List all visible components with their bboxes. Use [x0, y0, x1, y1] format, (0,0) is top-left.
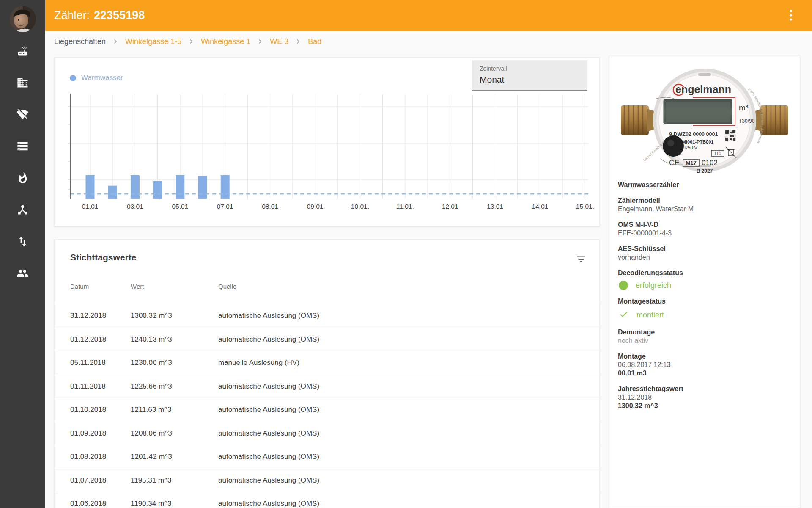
table-cell-quelle: automatische Auslesung (OMS)	[218, 382, 599, 391]
info-value: 06.08.2017 12:13	[618, 361, 791, 369]
filter-list-icon	[576, 254, 587, 265]
table-cell-datum: 05.11.2018	[55, 359, 131, 367]
table-cell-wert: 1240.13 m^3	[131, 335, 218, 344]
interval-select[interactable]: Zeintervall Monat	[472, 60, 587, 91]
table-cell-quelle: automatische Auslesung (OMS)	[218, 500, 599, 508]
sidebar-item-records[interactable]	[14, 137, 32, 155]
sidebar-item-properties[interactable]	[14, 73, 32, 92]
breadcrumb-item[interactable]: Liegenschaften	[54, 37, 106, 46]
check-icon	[619, 309, 629, 321]
table-cell-quelle: automatische Auslesung (OMS)	[218, 312, 599, 320]
stichtag-table-rows: 31.12.20181300.32 m^3automatische Ausles…	[55, 304, 599, 508]
sidebar-item-hot-water[interactable]	[14, 168, 32, 187]
sidebar-item-users[interactable]	[14, 264, 32, 282]
wifi-off-icon	[16, 108, 29, 121]
table-cell-wert: 1208.06 m^3	[131, 429, 218, 438]
table-row[interactable]: 01.12.20181240.13 m^3automatische Ausles…	[55, 328, 599, 351]
table-cell-quelle: automatische Auslesung (OMS)	[218, 406, 599, 414]
table-cell-wert: 1201.42 m^3	[131, 453, 218, 461]
table-cell-quelle: automatische Auslesung (OMS)	[218, 335, 599, 344]
legend-color-dot	[70, 75, 76, 81]
breadcrumb-separator-icon	[187, 37, 195, 46]
table-cell-datum: 01.06.2018	[55, 500, 131, 508]
table-cell-wert: 1230.00 m^3	[131, 359, 218, 367]
svg-text:11.01.: 11.01.	[396, 203, 414, 210]
interval-select-value: Monat	[480, 75, 580, 85]
stichtag-card: Stichttagswerte Datum Wert Quelle 31.12.…	[54, 239, 600, 508]
sidebar-item-network[interactable]	[14, 200, 32, 219]
table-row[interactable]: 01.11.20181225.66 m^3automatische Ausles…	[55, 375, 599, 398]
column-header-datum: Datum	[55, 283, 131, 290]
column-header-quelle: Quelle	[218, 283, 599, 290]
chart-legend[interactable]: Warmwasser	[70, 74, 123, 82]
table-row[interactable]: 01.10.20181211.63 m^3automatische Ausles…	[55, 398, 599, 422]
info-label: Montagestatus	[618, 297, 791, 306]
table-row[interactable]: 01.08.20181201.42 m^3automatische Ausles…	[55, 445, 599, 469]
info-value: vorhanden	[618, 253, 791, 262]
table-row[interactable]: 31.12.20181300.32 m^3automatische Ausles…	[55, 304, 599, 328]
app-header: Zähler: 22355198	[45, 0, 812, 31]
sidebar-item-gateways[interactable]	[14, 41, 32, 60]
device-hub-icon	[16, 204, 29, 216]
breadcrumb: LiegenschaftenWinkelgasse 1-5Winkelgasse…	[54, 31, 321, 52]
header-menu-button[interactable]	[786, 0, 796, 31]
table-cell-datum: 01.11.2018	[55, 382, 131, 391]
breadcrumb-item[interactable]: Winkelgasse 1-5	[125, 37, 181, 46]
svg-text:15.01.: 15.01.	[576, 203, 594, 210]
breadcrumb-item[interactable]: WE 3	[270, 37, 288, 46]
table-cell-datum: 01.09.2018	[55, 429, 131, 438]
import-export-icon	[16, 235, 29, 248]
sidebar-item-radio[interactable]	[14, 105, 32, 124]
table-row[interactable]: 05.11.20181230.00 m^3manuelle Auslesung …	[55, 351, 599, 375]
meter-detail-panel: engelmann m³ T30/90 9 DWZ02 0000 0001 DE…	[609, 56, 800, 508]
info-label: Zählermodell	[618, 196, 791, 205]
user-avatar[interactable]	[10, 6, 36, 32]
filter-button[interactable]	[576, 254, 587, 265]
info-section: Demontagenoch aktiv	[618, 328, 791, 345]
svg-text:08.01: 08.01	[262, 203, 278, 210]
svg-text:M17: M17	[686, 160, 696, 166]
info-section: OMS M-I-V-DEFE-0000001-4-3	[618, 221, 791, 237]
table-cell-datum: 01.10.2018	[55, 406, 131, 414]
svg-text:07.01: 07.01	[217, 203, 233, 210]
table-title: Stichttagswerte	[70, 252, 136, 262]
table-cell-datum: 01.08.2018	[55, 453, 131, 461]
sidebar	[0, 0, 45, 508]
status-row: erfolgreich	[619, 281, 791, 290]
info-value: noch aktiv	[618, 337, 791, 345]
table-row[interactable]: 01.07.20181195.31 m^3automatische Ausles…	[55, 469, 599, 492]
table-cell-wert: 1211.63 m^3	[131, 406, 218, 414]
table-row[interactable]: 01.09.20181208.06 m^3automatische Ausles…	[55, 422, 599, 445]
breadcrumb-separator-icon	[294, 37, 302, 46]
breadcrumb-item[interactable]: Bad	[308, 37, 321, 46]
status-text: erfolgreich	[636, 281, 671, 290]
info-section: Warmwasserzähler	[618, 181, 791, 189]
table-cell-quelle: manuelle Auslesung (HV)	[218, 359, 599, 367]
svg-text:12.01: 12.01	[442, 203, 458, 210]
svg-text:m³: m³	[739, 103, 748, 112]
info-label: Demontage	[618, 328, 791, 337]
svg-text:13.01: 13.01	[487, 203, 503, 210]
sidebar-item-import-export[interactable]	[14, 232, 32, 251]
table-header-row: Datum Wert Quelle	[55, 283, 599, 290]
hot-water-icon	[16, 172, 29, 184]
column-header-wert: Wert	[131, 283, 218, 290]
info-section: Montagestatusmontiert	[618, 297, 791, 321]
svg-text:T30/90: T30/90	[739, 118, 755, 124]
info-label: OMS M-I-V-D	[618, 221, 791, 229]
table-row[interactable]: 01.06.20181190.34 m^3automatische Ausles…	[55, 492, 599, 508]
info-label: AES-Schlüssel	[618, 245, 791, 253]
svg-text:03.01: 03.01	[127, 203, 143, 210]
router-icon	[16, 45, 29, 57]
status-text: montiert	[636, 311, 664, 320]
breadcrumb-item[interactable]: Winkelgasse 1	[201, 37, 250, 46]
table-cell-datum: 01.12.2018	[55, 335, 131, 344]
info-value: 31.12.2018	[618, 393, 791, 402]
info-label: Warmwasserzähler	[618, 181, 791, 189]
svg-text:B 2027: B 2027	[697, 168, 713, 174]
table-cell-quelle: automatische Auslesung (OMS)	[218, 429, 599, 438]
info-value-bold: 1300.32 m^3	[618, 402, 791, 410]
status-row: montiert	[619, 309, 791, 321]
consumption-chart-card: Warmwasser Zeintervall Monat 01.0103.010…	[54, 57, 600, 226]
info-label: Jahresstichtagswert	[618, 385, 791, 393]
